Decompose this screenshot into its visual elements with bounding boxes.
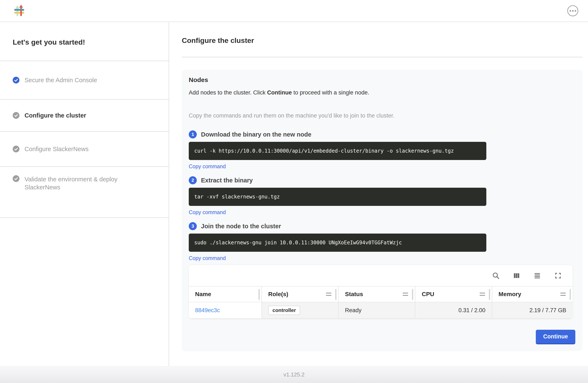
drag-handle-icon[interactable] (326, 291, 331, 298)
step-2-command-block: tar -xvf slackernews-gnu.tgz (189, 188, 486, 206)
title-divider (182, 57, 583, 57)
nodes-heading: Nodes (189, 76, 577, 84)
sidebar-item-label: Configure the cluster (24, 111, 86, 119)
node-name-link[interactable]: 8849ec3c (195, 307, 220, 314)
drag-handle-icon[interactable] (480, 291, 485, 298)
step-3-header: 3 Join the node to the cluster (189, 222, 577, 230)
step-1-header: 1 Download the binary on the new node (189, 130, 577, 138)
continue-button[interactable]: Continue (536, 330, 575, 344)
column-resize-handle[interactable] (412, 289, 413, 300)
check-circle-icon (13, 146, 20, 152)
app-footer: v1.125.2 (0, 366, 588, 383)
sidebar-item-validate-deploy[interactable]: Validate the environment & deploy Slacke… (0, 166, 169, 218)
nodes-table: Name Role(s) Status (189, 286, 573, 319)
table-header-row: Name Role(s) Status (189, 286, 573, 302)
column-header-cpu[interactable]: CPU (415, 286, 492, 302)
version-label: v1.125.2 (283, 371, 305, 378)
step-3-copy-command-link[interactable]: Copy command (189, 255, 226, 261)
sidebar-title: Let's get you started! (0, 22, 169, 61)
step-2-number-badge: 2 (189, 176, 197, 184)
show-hide-columns-icon[interactable] (513, 272, 521, 280)
overflow-menu-button[interactable] (567, 5, 578, 16)
table-row: 8849ec3c controller Ready 0.31 / 2.00 2.… (189, 302, 573, 319)
main-content: Configure the cluster Nodes Add nodes to… (169, 22, 588, 366)
search-icon[interactable] (492, 272, 500, 280)
step-2-header: 2 Extract the binary (189, 176, 577, 184)
fullscreen-icon[interactable] (554, 272, 562, 280)
sidebar-item-secure-admin-console[interactable]: Secure the Admin Console (0, 61, 169, 99)
step-2-copy-command-link[interactable]: Copy command (189, 209, 226, 215)
sidebar-item-configure-cluster[interactable]: Configure the cluster (0, 99, 169, 131)
step-3-title: Join the node to the cluster (201, 223, 281, 230)
node-status-cell: Ready (338, 302, 415, 319)
column-header-status[interactable]: Status (338, 286, 415, 302)
column-resize-handle[interactable] (258, 289, 260, 300)
step-3-number-badge: 3 (189, 222, 197, 230)
column-header-name[interactable]: Name (189, 286, 262, 302)
role-badge: controller (268, 306, 300, 315)
page-title: Configure the cluster (182, 36, 583, 44)
density-icon[interactable] (533, 272, 541, 280)
nodes-description: Add nodes to the cluster. Click Continue… (189, 89, 577, 96)
card-actions: Continue (189, 330, 575, 344)
sidebar-item-configure-slackernews[interactable]: Configure SlackerNews (0, 131, 169, 166)
sidebar-item-label: Validate the environment & deploy Slacke… (24, 175, 151, 192)
column-resize-handle[interactable] (570, 289, 571, 300)
copy-instructions: Copy the commands and run them on the ma… (189, 112, 577, 119)
check-circle-icon (13, 77, 20, 84)
column-header-roles[interactable]: Role(s) (262, 286, 338, 302)
nodes-table-panel: Name Role(s) Status (189, 265, 573, 319)
slackernews-logo-icon (13, 4, 25, 17)
column-resize-handle[interactable] (489, 289, 490, 300)
sidebar-item-label: Secure the Admin Console (24, 76, 97, 84)
ellipsis-icon (570, 10, 571, 12)
step-1-number-badge: 1 (189, 130, 197, 138)
step-1-title: Download the binary on the new node (201, 131, 311, 138)
node-memory-cell: 2.19 / 7.77 GB (492, 302, 573, 319)
step-2-title: Extract the binary (201, 177, 253, 184)
step-1-copy-command-link[interactable]: Copy command (189, 163, 226, 170)
top-bar (0, 0, 588, 22)
node-name-cell: 8849ec3c (189, 302, 262, 319)
drag-handle-icon[interactable] (560, 291, 566, 298)
node-cpu-cell: 0.31 / 2.00 (415, 302, 492, 319)
sidebar-item-label: Configure SlackerNews (24, 145, 88, 153)
node-roles-cell: controller (262, 302, 338, 319)
check-circle-icon (13, 112, 20, 119)
step-1-command-block: curl -k https://10.0.0.11:30000/api/v1/e… (189, 142, 486, 160)
drag-handle-icon[interactable] (403, 291, 408, 298)
column-header-memory[interactable]: Memory (492, 286, 573, 302)
table-toolbar (189, 265, 573, 286)
step-3-command-block: sudo ./slackernews-gnu join 10.0.0.11:30… (189, 234, 486, 252)
check-circle-icon (13, 175, 20, 182)
column-resize-handle[interactable] (335, 289, 336, 300)
setup-steps-sidebar: Let's get you started! Secure the Admin … (0, 22, 169, 366)
nodes-card: Nodes Add nodes to the cluster. Click Co… (182, 70, 583, 351)
